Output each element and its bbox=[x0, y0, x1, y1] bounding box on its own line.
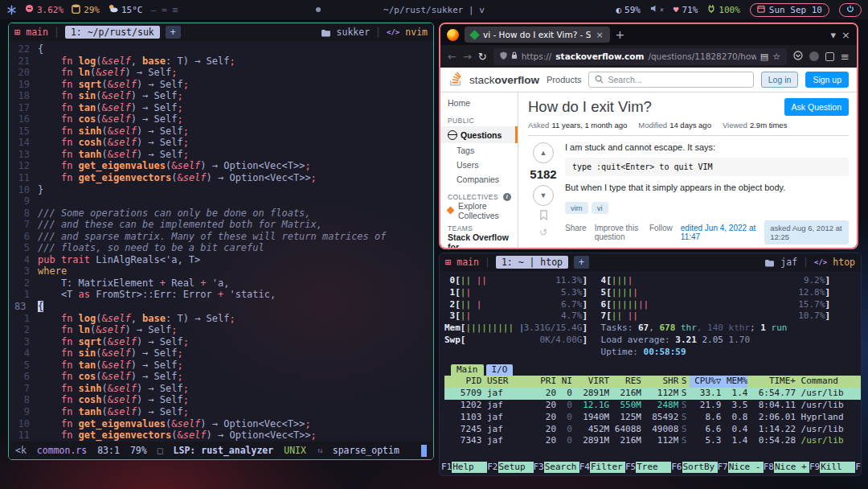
so-products-menu[interactable]: Products bbox=[547, 75, 581, 84]
history-icon[interactable]: ↺ bbox=[539, 227, 547, 238]
account-icon[interactable] bbox=[809, 51, 819, 61]
layout-stack-icon[interactable]: ≡ bbox=[173, 5, 178, 15]
tag-vim[interactable]: vim bbox=[565, 202, 588, 214]
fkey-f3[interactable]: F3Search bbox=[534, 462, 579, 474]
code-line[interactable]: 3where bbox=[9, 265, 433, 277]
extensions-icon[interactable] bbox=[825, 52, 834, 61]
fkey-f10[interactable]: F10 bbox=[855, 462, 861, 474]
code-line[interactable]: 7 fn sinh(&self) → Self; bbox=[9, 383, 433, 395]
sidebar-item-users[interactable]: Users bbox=[440, 158, 518, 172]
code-line[interactable]: 18 fn sin(&self) → Self; bbox=[9, 90, 433, 102]
reload-icon[interactable]: ↻ bbox=[478, 51, 487, 63]
cpu-usage-module[interactable]: 3.62% bbox=[25, 4, 63, 15]
code-line[interactable]: 5 fn tan(&self) → Self; bbox=[9, 360, 433, 372]
process-row[interactable]: 7245jaf200452M6408849008S6.60.41:14.22/u… bbox=[444, 424, 861, 436]
code-line[interactable]: 83{ bbox=[9, 301, 433, 313]
forward-icon[interactable]: → bbox=[463, 51, 472, 63]
reader-mode-icon[interactable]: ▤ bbox=[760, 51, 768, 62]
code-line[interactable]: 22{ bbox=[9, 43, 433, 55]
code-line[interactable]: 6 fn cos(&self) → Self; bbox=[9, 371, 433, 383]
code-line[interactable]: 16 fn cos(&self) → Self; bbox=[9, 113, 433, 125]
url-bar[interactable]: https://stackoverflow.com/questions/1182… bbox=[493, 48, 787, 65]
ask-question-button[interactable]: Ask Question bbox=[784, 98, 849, 116]
code-line[interactable]: 21 fn log(&self, base: T) → Self; bbox=[9, 55, 433, 68]
clock-module[interactable]: Sun Sep 10 bbox=[750, 3, 829, 17]
process-table[interactable]: PIDUSERPRINIVIRTRESSHRSCPU%▽MEM%TIME+Com… bbox=[444, 376, 861, 459]
code-line[interactable]: 14 fn cosh(&self) → Self; bbox=[9, 137, 433, 149]
sidebar-item-explore-collectives[interactable]: Explore Collectives bbox=[440, 203, 518, 218]
code-line[interactable]: 19 fn sqrt(&self) → Self; bbox=[9, 79, 433, 91]
code-line[interactable]: 2 T: MatrixElement + Real + 'a, bbox=[9, 277, 433, 290]
sidebar-item-stack-overflow-for[interactable]: Stack Overflow for bbox=[440, 234, 518, 249]
fkey-f1[interactable]: F1Help bbox=[441, 462, 487, 474]
active-tab-htop[interactable]: 1: ~ | htop bbox=[496, 256, 568, 269]
code-line[interactable]: 20 fn ln(&self) → Self; bbox=[9, 67, 433, 79]
weather-module[interactable]: 15°C bbox=[108, 4, 143, 15]
code-line[interactable]: 8/// Some operations can only be done on… bbox=[9, 208, 433, 220]
tab-close-icon[interactable]: × bbox=[596, 30, 603, 40]
fkey-f6[interactable]: F6SortBy bbox=[671, 462, 717, 474]
list-tabs-icon[interactable]: ▾ bbox=[831, 29, 837, 41]
downvote-button[interactable]: ▼ bbox=[533, 185, 554, 206]
back-icon[interactable]: ← bbox=[448, 51, 457, 63]
fkey-f5[interactable]: F5Tree bbox=[625, 462, 671, 474]
battery-module[interactable]: 100% bbox=[707, 4, 740, 15]
power-menu-button[interactable] bbox=[839, 3, 862, 17]
code-line[interactable]: 4pub trait LinAlgReals<'a, T> bbox=[9, 254, 433, 266]
signup-button[interactable]: Sign up bbox=[805, 72, 849, 88]
action-link[interactable]: Follow bbox=[649, 224, 673, 241]
workspace-indicator-dot[interactable] bbox=[316, 7, 321, 12]
so-logo-text[interactable]: stackoverflow bbox=[469, 74, 539, 86]
code-line[interactable]: 10 fn get_eigenvalues(&self) → Option<Ve… bbox=[9, 418, 433, 430]
code-line[interactable]: 13 fn tanh(&self) → Self; bbox=[9, 149, 433, 161]
code-line[interactable]: 9 bbox=[9, 195, 433, 208]
code-line[interactable]: 6/// and sparse matrix. Many of these wi… bbox=[9, 231, 433, 243]
code-line[interactable]: 2 fn ln(&self) → Self; bbox=[9, 324, 433, 336]
code-line[interactable]: 10} bbox=[9, 184, 433, 196]
sidebar-item-companies[interactable]: Companies bbox=[440, 172, 518, 187]
process-row[interactable]: 1202jaf20012.1G550M248MS21.93.58:04.11/u… bbox=[444, 400, 861, 412]
so-logo-icon[interactable] bbox=[448, 71, 462, 89]
fkey-f7[interactable]: F7Nice - bbox=[718, 462, 764, 474]
so-search-input[interactable]: Search... bbox=[588, 72, 753, 88]
table-header[interactable]: PIDUSERPRINIVIRTRESSHRSCPU%▽MEM%TIME+Com… bbox=[444, 376, 861, 388]
browser-tab[interactable]: vi - How do I exit Vim? - S × bbox=[465, 27, 610, 43]
process-row[interactable]: 5709jaf2002891M216M112MS33.11.46:54.77/u… bbox=[444, 388, 861, 400]
sidebar-item-questions[interactable]: Questions bbox=[440, 126, 518, 143]
active-tab-editor[interactable]: 1: ~/p/rust/suk bbox=[65, 26, 160, 39]
new-tab-button[interactable]: + bbox=[616, 28, 625, 41]
code-line[interactable]: 17 fn tan(&self) → Self; bbox=[9, 102, 433, 114]
edited-link[interactable]: edited Jun 4, 2022 at 11:47 bbox=[681, 224, 756, 241]
code-line[interactable]: 7/// and these can be implemented both f… bbox=[9, 219, 433, 231]
layout-single-icon[interactable]: — bbox=[151, 5, 157, 15]
code-line[interactable]: 1 <T as FromStr>::Err: Error + 'static, bbox=[9, 289, 433, 301]
code-line[interactable]: 4 fn sin(&self) → Self; bbox=[9, 347, 433, 360]
layout-switcher[interactable]: — = ≡ bbox=[151, 5, 178, 15]
layout-split-icon[interactable]: = bbox=[162, 5, 167, 15]
process-row[interactable]: 7343jaf2002891M216M112MS5.31.40:54.28/us… bbox=[444, 435, 861, 447]
menu-icon[interactable]: ≡ bbox=[841, 51, 850, 63]
fkey-f9[interactable]: F9Kill bbox=[809, 462, 855, 474]
bookmark-star-icon[interactable]: ☆ bbox=[772, 51, 780, 62]
signal-module[interactable]: ♥ 71% bbox=[674, 5, 698, 15]
htop-tab-io[interactable]: I/O bbox=[486, 364, 514, 376]
htop-tab-main[interactable]: Main bbox=[451, 364, 484, 376]
code-line[interactable]: 9 fn tanh(&self) → Self; bbox=[9, 406, 433, 418]
window-close-icon[interactable]: × bbox=[841, 29, 850, 41]
code-line[interactable]: 3 fn sqrt(&self) → Self; bbox=[9, 336, 433, 348]
process-row[interactable]: 1103jaf2001940M125M85492S8.60.82:06.01Hy… bbox=[444, 412, 861, 424]
code-line[interactable]: 11 fn get_eigenvectors(&self) → Option<V… bbox=[9, 172, 433, 184]
sidebar-item-tags[interactable]: Tags bbox=[440, 143, 518, 158]
code-line[interactable]: 5/// floats, so need to be a bit careful bbox=[9, 242, 433, 254]
action-link[interactable]: Improve this question bbox=[595, 224, 641, 241]
tag-vi[interactable]: vi bbox=[592, 202, 608, 214]
bookmark-icon[interactable] bbox=[539, 210, 548, 223]
brightness-module[interactable]: ◐ 59% bbox=[616, 5, 641, 15]
login-button[interactable]: Log in bbox=[761, 72, 799, 88]
code-line[interactable]: 1 fn log(&self, base: T) → Self; bbox=[9, 313, 433, 325]
code-area[interactable]: 22{21 fn log(&self, base: T) → Self;20 f… bbox=[9, 41, 433, 442]
disk-usage-module[interactable]: 29% bbox=[72, 4, 100, 16]
action-link[interactable]: Share bbox=[565, 224, 587, 241]
code-line[interactable]: 8 fn cosh(&self) → Self; bbox=[9, 394, 433, 406]
nix-logo-icon[interactable] bbox=[6, 5, 17, 15]
